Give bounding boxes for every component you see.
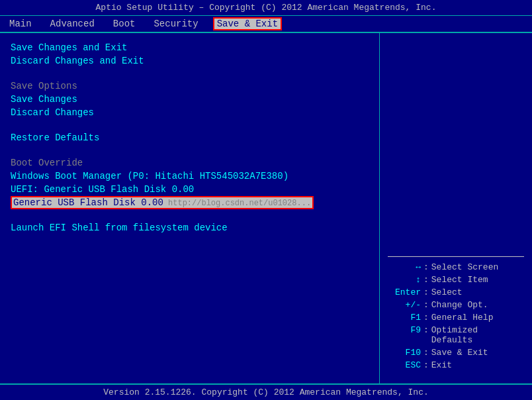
key-desc-4: General Help [431,313,494,323]
key-desc-1: Select Item [431,275,488,285]
key-row-0: ↔ : Select Screen [388,262,524,272]
key-colon-3: : [423,300,429,310]
key-desc-3: Change Opt. [431,300,488,310]
key-colon-2: : [423,287,429,297]
key-row-3: +/- : Change Opt. [388,300,524,310]
menu-item-main[interactable]: Main [5,17,36,30]
menubar: MainAdvancedBootSecuritySave & Exit [0,16,532,33]
key-colon-1: : [423,275,429,285]
app: Aptio Setup Utility – Copyright (C) 2012… [0,0,532,400]
key-sym-1: ↕ [388,275,421,285]
key-colon-7: : [423,360,429,370]
right-panel: ↔ : Select Screen↕ : Select ItemEnter: S… [380,33,532,383]
menu-entry-0-1[interactable]: Discard Changes and Exit [11,54,369,68]
key-help: ↔ : Select Screen↕ : Select ItemEnter: S… [388,262,524,370]
key-row-6: F10 : Save & Exit [388,348,524,358]
header-bar: Aptio Setup Utility – Copyright (C) 2012… [0,0,532,16]
menu-section-4: Launch EFI Shell from filesystem device [11,221,369,241]
menu-entry-1-2[interactable]: Discard Changes [11,106,369,119]
menu-section-3: Boot OverrideWindows Boot Manager (P0: H… [11,156,369,216]
key-sym-4: F1 [388,313,421,323]
menu-entry-3-0: Boot Override [11,156,369,170]
key-colon-4: : [423,313,429,323]
key-desc-2: Select [431,287,463,297]
menu-section-0: Save Changes and ExitDiscard Changes and… [11,41,369,74]
spacer-0 [11,68,369,74]
menu-entry-2-0[interactable]: Restore Defaults [11,131,369,144]
key-row-7: ESC : Exit [388,360,524,370]
menu-section-2: Restore Defaults [11,131,369,151]
menu-entry-1-1[interactable]: Save Changes [11,93,369,106]
key-desc-0: Select Screen [431,262,498,272]
key-row-1: ↕ : Select Item [388,275,524,285]
menu-entry-1-0: Save Options [11,79,369,93]
watermark-text: http://blog.csdn.net/u01028... [163,199,311,208]
footer-bar: Version 2.15.1226. Copyright (C) 2012 Am… [0,383,532,400]
key-sym-3: +/- [388,300,421,310]
menu-section-1: Save OptionsSave ChangesDiscard Changes [11,79,369,126]
key-desc-5: Optimized Defaults [431,325,524,345]
key-sym-7: ESC [388,360,421,370]
key-row-4: F1 : General Help [388,313,524,323]
menu-entry-3-3[interactable]: Generic USB Flash Disk 0.00 http://blog.… [11,196,314,209]
spacer-4 [11,234,369,241]
key-desc-7: Exit [431,360,452,370]
main-area: Save Changes and ExitDiscard Changes and… [0,33,532,383]
spacer-1 [11,119,369,126]
key-sym-5: F9 [388,325,421,345]
left-panel: Save Changes and ExitDiscard Changes and… [0,33,380,383]
divider [388,256,524,257]
key-row-2: Enter: Select [388,287,524,297]
header-title: Aptio Setup Utility – Copyright (C) 2012… [96,3,437,13]
menu-item-security[interactable]: Security [150,17,202,30]
key-colon-0: : [423,262,429,272]
key-colon-5: : [423,325,429,345]
menu-entry-4-0[interactable]: Launch EFI Shell from filesystem device [11,221,369,234]
key-row-5: F9 : Optimized Defaults [388,325,524,345]
footer-text: Version 2.15.1226. Copyright (C) 2012 Am… [103,387,428,397]
key-sym-6: F10 [388,348,421,358]
menu-entry-0-0[interactable]: Save Changes and Exit [11,41,369,54]
menu-item-boot[interactable]: Boot [109,17,140,30]
menu-item-advanced[interactable]: Advanced [46,17,99,30]
spacer-3 [11,209,369,216]
key-desc-6: Save & Exit [431,348,488,358]
menu-entry-3-2[interactable]: UEFI: Generic USB Flash Disk 0.00 [11,183,369,196]
spacer-2 [11,144,369,151]
menu-entry-3-1[interactable]: Windows Boot Manager (P0: Hitachi HTS545… [11,170,369,183]
menu-item-save---exit[interactable]: Save & Exit [213,17,282,30]
key-colon-6: : [423,348,429,358]
key-sym-2: Enter [388,287,421,297]
key-sym-0: ↔ [388,262,421,272]
